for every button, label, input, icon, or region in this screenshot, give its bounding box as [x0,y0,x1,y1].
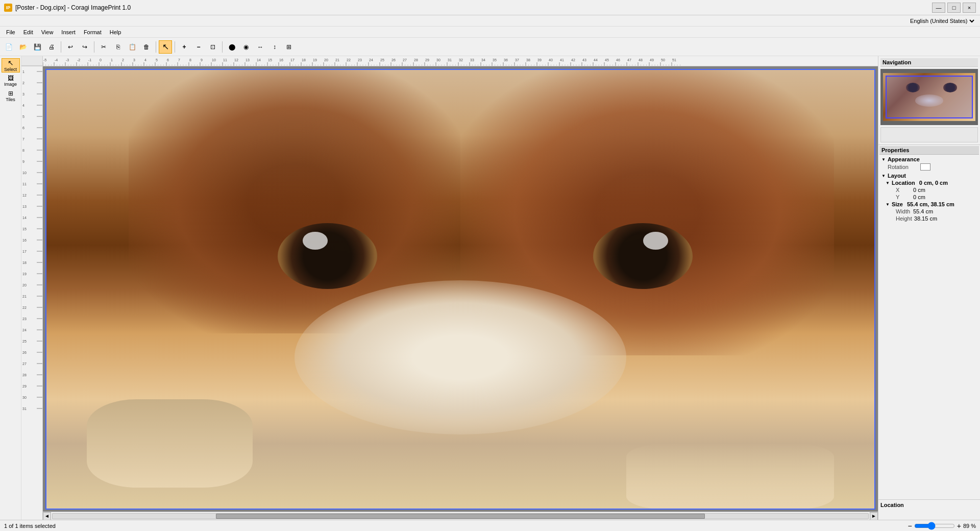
zoom-level: 89 % [963,523,976,529]
svg-text:43: 43 [582,58,586,62]
zoom-slider[interactable] [914,522,955,530]
toolbar-separator-5 [222,41,223,53]
y-row: Y 0 cm [879,194,979,201]
menu-view[interactable]: View [37,28,58,36]
svg-text:26: 26 [22,351,27,354]
svg-text:14: 14 [22,216,27,220]
svg-text:2: 2 [22,81,24,85]
fit-button[interactable]: ⊡ [206,40,219,54]
scroll-track-h[interactable] [52,513,869,519]
zoom-minus-button[interactable]: − [908,522,912,530]
svg-text:27: 27 [22,362,27,366]
svg-text:49: 49 [650,58,654,62]
open-button[interactable]: 📂 [16,40,30,54]
save-button[interactable]: 💾 [31,40,44,54]
layout-header[interactable]: ▼ Layout [879,172,979,179]
scroll-thumb-h[interactable] [216,514,705,519]
align-center-button[interactable]: ◉ [239,40,253,54]
location-header[interactable]: ▼ Location 0 cm, 0 cm [879,179,979,186]
nav-thumb-image [883,73,975,121]
svg-text:29: 29 [22,384,27,388]
menu-edit[interactable]: Edit [19,28,37,36]
horizontal-scrollbar[interactable]: ◄ ► [43,512,878,520]
sidebar-item-select[interactable]: ↖ Select [2,58,20,73]
size-arrow: ▼ [886,202,890,207]
width-label: Width [896,208,911,214]
print-button[interactable]: 🖨 [45,40,58,54]
sidebar-item-tiles[interactable]: ⊞ Tiles [2,89,20,103]
undo-button[interactable]: ↩ [64,40,77,54]
svg-text:24: 24 [369,58,373,62]
v-ruler-svg: 1234567891011121314151617181920212223242… [21,66,43,520]
dog-image [45,69,875,510]
rotation-row: Rotation [879,163,979,171]
cut-button[interactable]: ✂ [97,40,110,54]
svg-text:22: 22 [22,306,27,309]
appearance-header[interactable]: ▼ Appearance [879,156,979,163]
copy-button[interactable]: ⎘ [111,40,125,54]
zoom-in-button[interactable]: + [178,40,191,54]
new-button[interactable]: 📄 [2,40,15,54]
align-left-button[interactable]: ⬤ [225,40,238,54]
toolbar-separator-1 [61,41,61,53]
horizontal-ruler: // Draw ticks via JS after render -5-4-3… [43,56,878,66]
select-label: Select [4,67,17,72]
rotation-label: Rotation [888,164,918,170]
svg-text:8: 8 [189,58,191,62]
paste-button[interactable]: 📋 [126,40,139,54]
svg-text:15: 15 [268,58,272,62]
scroll-left-button[interactable]: ◄ [43,512,51,520]
ruler-top: // Draw ticks via JS after render -5-4-3… [21,56,878,66]
svg-text:5: 5 [22,115,24,118]
language-bar: English (United States) [0,15,980,27]
toolbar: 📄 📂 💾 🖨 ↩ ↪ ✂ ⎘ 📋 🗑 ↖ + − ⊡ ⬤ ◉ ↔ ↕ ⊞ [0,38,980,56]
size-label: Size [892,201,903,207]
svg-rect-286 [21,66,43,520]
menu-help[interactable]: Help [106,28,126,36]
svg-text:18: 18 [302,58,306,62]
svg-text:-3: -3 [66,58,69,62]
svg-text:40: 40 [549,58,553,62]
svg-text:34: 34 [481,58,485,62]
location-panel: Location [878,499,980,520]
svg-text:9: 9 [22,160,24,163]
minimize-button[interactable]: — [932,3,945,13]
close-button[interactable]: × [963,3,976,13]
svg-text:19: 19 [22,272,27,276]
svg-text:30: 30 [436,58,440,62]
location-arrow: ▼ [886,181,890,185]
scroll-right-button[interactable]: ► [870,512,878,520]
flip-h-button[interactable]: ↔ [254,40,267,54]
svg-text:26: 26 [391,58,396,62]
svg-text:11: 11 [22,182,27,186]
delete-button[interactable]: 🗑 [140,40,153,54]
svg-text:31: 31 [448,58,452,62]
location-panel-title: Location [880,502,978,508]
language-select[interactable]: English (United States) [908,17,976,25]
zoom-plus-button[interactable]: + [957,522,961,530]
svg-text:32: 32 [459,58,463,62]
rotation-box[interactable] [920,163,930,171]
vertical-ruler: 1234567891011121314151617181920212223242… [21,66,43,520]
redo-button[interactable]: ↪ [78,40,91,54]
menu-format[interactable]: Format [80,28,106,36]
select-mode-button[interactable]: ↖ [159,40,172,54]
right-panel: Navigation Properties [878,56,980,520]
x-row: X 0 cm [879,186,979,194]
maximize-button[interactable]: □ [947,3,961,13]
svg-text:21: 21 [335,58,339,62]
image-label: Image [4,82,17,87]
canvas-viewport[interactable]: ◄ ► [43,66,878,520]
svg-text:25: 25 [22,340,27,343]
menu-insert[interactable]: Insert [57,28,80,36]
svg-text:48: 48 [639,58,643,62]
svg-text:13: 13 [246,58,250,62]
size-header[interactable]: ▼ Size 55.4 cm, 38.15 cm [879,201,979,208]
zoom-out-button[interactable]: − [192,40,205,54]
flip-v-button[interactable]: ↕ [268,40,281,54]
svg-text:9: 9 [201,58,203,62]
menu-file[interactable]: File [2,28,19,36]
nav-view-indicator [886,76,973,118]
arrange-button[interactable]: ⊞ [282,40,296,54]
sidebar-item-image[interactable]: 🖼 Image [2,74,20,88]
